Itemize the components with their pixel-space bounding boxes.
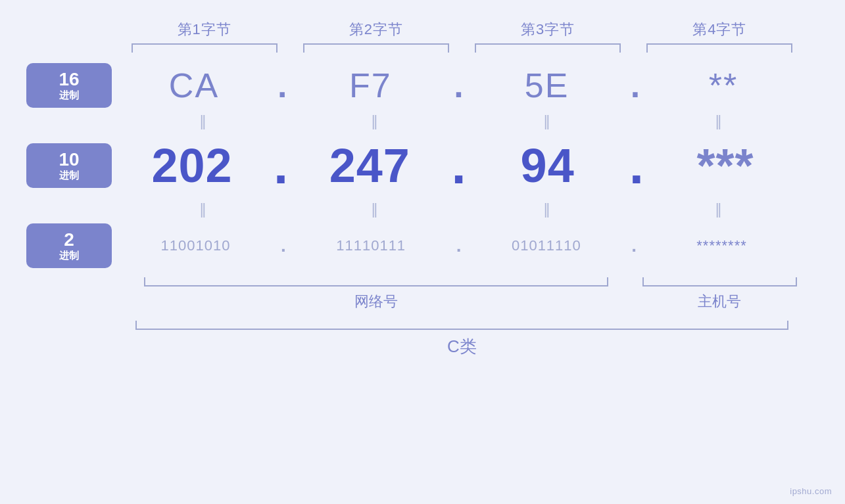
rows-container: 16 进制 CA . F7 . 5E . ** — [26, 59, 806, 272]
bin-cell-4: ******** — [638, 237, 806, 254]
dec-row: 10 进制 202 . 247 . 94 . *** — [26, 135, 806, 196]
hex-cell-1: CA — [112, 66, 276, 105]
eq2-1: ‖ — [118, 201, 290, 218]
dec-value-2: 247 — [329, 139, 410, 193]
byte2-label: 第2字节 — [349, 20, 403, 39]
byte1-bracket-top — [132, 43, 278, 53]
eq2-4: ‖ — [634, 201, 806, 218]
byte4-bracket-top — [646, 43, 792, 53]
bin-cell-1: 11001010 — [112, 237, 279, 254]
bin-row-label: 2 进制 — [26, 223, 112, 268]
host-bracket-line — [642, 277, 797, 286]
eq2-3: ‖ — [462, 201, 634, 218]
byte4-label: 第4字节 — [692, 20, 746, 39]
hex-row: 16 进制 CA . F7 . 5E . ** — [26, 63, 806, 108]
bin-value-3: 01011110 — [512, 237, 581, 254]
dec-base-text: 进制 — [59, 170, 79, 181]
watermark: ipshu.com — [790, 486, 832, 496]
dec-dot-1: . — [272, 135, 289, 196]
byte2-bracket-top — [303, 43, 449, 53]
bin-value-4: ******** — [696, 237, 747, 254]
hex-value-1: CA — [169, 66, 219, 105]
bin-value-2: 11110111 — [336, 237, 406, 254]
dec-cells: 202 . 247 . 94 . *** — [112, 135, 806, 196]
byte-col-3: 第3字节 — [462, 20, 634, 53]
bin-base-text: 进制 — [59, 250, 79, 262]
class-line — [135, 321, 788, 330]
hex-value-3: 5E — [525, 66, 569, 105]
byte-col-1: 第1字节 — [118, 20, 290, 53]
network-bracket: 网络号 — [118, 277, 634, 311]
hex-value-2: F7 — [349, 66, 392, 105]
bin-cell-3: 01011110 — [462, 237, 630, 254]
hex-cell-4: ** — [641, 66, 806, 105]
dec-dot-3: . — [628, 135, 645, 196]
byte-col-2: 第2字节 — [290, 20, 462, 53]
eq1-4: ‖ — [634, 113, 806, 130]
main-container: 第1字节 第2字节 第3字节 第4字节 16 进制 CA — [0, 0, 845, 504]
hex-value-4: ** — [709, 66, 738, 105]
class-row: C类 — [118, 321, 806, 358]
dec-base-num: 10 — [59, 150, 79, 170]
dec-dot-2: . — [450, 135, 467, 196]
dec-value-3: 94 — [521, 139, 575, 193]
host-label: 主机号 — [698, 292, 741, 311]
hex-base-text: 进制 — [59, 90, 79, 101]
host-bracket: 主机号 — [634, 277, 806, 311]
byte3-bracket-top — [475, 43, 621, 53]
hex-row-label: 16 进制 — [26, 63, 112, 108]
bin-dot-1: . — [279, 235, 287, 256]
bin-dot-2: . — [455, 235, 463, 256]
eq1-3: ‖ — [462, 113, 634, 130]
hex-cell-2: F7 — [288, 66, 452, 105]
network-label: 网络号 — [354, 292, 398, 311]
hex-dot-1: . — [276, 66, 288, 105]
bin-cell-2: 11110111 — [287, 237, 455, 254]
hex-dot-2: . — [452, 66, 464, 105]
byte-col-4: 第4字节 — [634, 20, 806, 53]
byte3-label: 第3字节 — [521, 20, 575, 39]
bottom-brackets: 网络号 主机号 — [118, 277, 806, 311]
bin-value-1: 11001010 — [161, 237, 231, 254]
class-label: C类 — [447, 335, 477, 358]
dec-cell-3: 94 — [468, 139, 628, 193]
bin-dot-3: . — [630, 235, 638, 256]
eq1-1: ‖ — [118, 113, 290, 130]
class-bracket: C类 — [118, 321, 806, 358]
dec-value-4: *** — [696, 139, 754, 193]
hex-dot-3: . — [629, 66, 641, 105]
byte1-label: 第1字节 — [178, 20, 231, 39]
equals-row-1: ‖ ‖ ‖ ‖ — [118, 112, 806, 131]
eq1-2: ‖ — [290, 113, 462, 130]
dec-row-label: 10 进制 — [26, 143, 112, 188]
dec-cell-4: *** — [645, 139, 806, 193]
hex-base-num: 16 — [59, 70, 79, 90]
dec-cell-1: 202 — [112, 139, 272, 193]
byte-headers: 第1字节 第2字节 第3字节 第4字节 — [118, 20, 806, 53]
hex-cells: CA . F7 . 5E . ** — [112, 66, 806, 105]
hex-cell-3: 5E — [465, 66, 629, 105]
equals-row-2: ‖ ‖ ‖ ‖ — [118, 200, 806, 219]
bin-base-num: 2 — [64, 230, 74, 250]
eq2-2: ‖ — [290, 201, 462, 218]
dec-cell-2: 247 — [289, 139, 450, 193]
bin-cells: 11001010 . 11110111 . 01011110 . *******… — [112, 235, 806, 256]
bin-row: 2 进制 11001010 . 11110111 . 01011110 . **… — [26, 223, 806, 268]
dec-value-1: 202 — [151, 139, 232, 193]
network-bracket-line — [144, 277, 608, 286]
